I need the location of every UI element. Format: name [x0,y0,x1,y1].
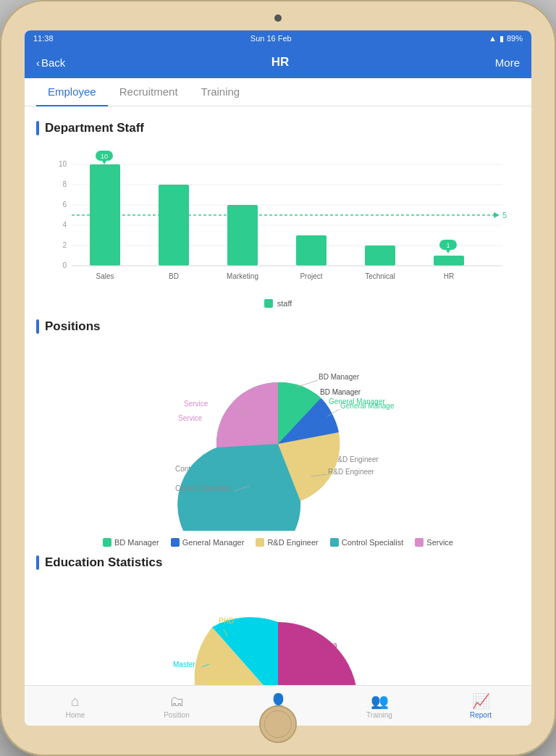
svg-rect-24 [296,235,327,266]
svg-text:Control Specialist: Control Specialist [175,484,232,492]
svg-text:Diploma: Diploma [311,641,337,649]
main-content: Department Staff 0 [25,106,531,685]
tab-employee[interactable]: Employee [36,78,108,106]
wifi-icon: ▲ [489,34,497,43]
battery-percent: 89% [507,34,523,43]
legend-gm-label: General Manager [182,538,245,547]
svg-text:1: 1 [446,242,450,249]
camera [274,14,282,22]
home-button[interactable] [259,705,297,743]
svg-text:Master: Master [173,660,195,668]
svg-text:Technical: Technical [365,272,395,280]
legend-service: Service [415,538,453,547]
more-button[interactable]: More [495,56,520,69]
legend-control-specialist: Control Specialist [330,538,404,547]
legend-rd-dot [256,538,264,547]
bar-chart-container: 0 2 4 6 8 10 5 [36,144,520,308]
home-label: Home [66,711,85,719]
svg-marker-31 [446,250,450,253]
home-icon: ⌂ [71,693,80,710]
battery-icon: ▮ [500,34,504,43]
svg-marker-13 [494,212,500,218]
report-icon: 📈 [472,692,490,710]
screen: 11:38 Sun 16 Feb ▲ ▮ 89% ‹ Back HR More … [25,30,531,726]
svg-text:Project: Project [300,272,322,280]
status-time: 11:38 [33,34,54,43]
legend-svc-label: Service [426,538,453,547]
svg-text:Service: Service [184,400,208,408]
svg-text:PHD: PHD [219,617,234,625]
position-label: Position [164,711,190,719]
training-icon: 👥 [371,692,389,710]
svg-rect-22 [227,205,258,266]
bar-chart: 0 2 4 6 8 10 5 [36,150,520,295]
svg-rect-28 [434,256,464,266]
tab-training[interactable]: Training [190,78,252,106]
edu-bar-indicator [36,555,39,570]
legend-gm-dot [171,538,180,547]
svg-text:10: 10 [101,153,108,160]
position-icon: 🗂 [169,693,184,710]
nav-bar: ‹ Back HR More [25,46,531,78]
education-header: Education Statistics [36,555,520,570]
legend-general-manager: General Manager [171,538,245,547]
bar-chart-legend: staff [36,299,520,308]
education-chart-svg: PHD Master Diploma High School [155,586,401,685]
device: 11:38 Sun 16 Feb ▲ ▮ 89% ‹ Back HR More … [0,0,556,756]
bottom-nav-position[interactable]: 🗂 Position [126,686,227,726]
department-staff-title: Department Staff [45,121,144,135]
bottom-nav-report[interactable]: 📈 Report [430,686,531,726]
back-button[interactable]: ‹ Back [36,56,65,69]
section-bar-indicator [36,121,39,135]
status-date: Sun 16 Feb [250,34,292,43]
svg-text:4: 4 [62,221,67,229]
svg-text:HR: HR [444,272,454,280]
home-button-ring [264,710,292,738]
svg-text:Marketing: Marketing [227,272,258,280]
legend-staff-dot [264,299,273,308]
svg-text:General Manager: General Manager [340,402,394,410]
svg-marker-18 [102,161,106,164]
bar-chart-svg: 0 2 4 6 8 10 5 [36,150,520,295]
svg-text:2: 2 [62,241,67,249]
legend-rd-label: R&D Engineer [267,538,318,547]
training-label: Training [366,711,392,719]
bottom-nav-home[interactable]: ⌂ Home [25,686,126,726]
svg-text:10: 10 [59,160,67,168]
legend-staff-label: staff [277,299,292,308]
pie-legend: BD Manager General Manager R&D Engineer … [36,538,520,547]
department-staff-header: Department Staff [36,121,520,135]
svg-text:BD Manager: BD Manager [319,373,360,381]
positions-header: Positions [36,319,520,334]
legend-bd-label: BD Manager [114,538,159,547]
legend-bd-dot [103,538,111,547]
svg-text:6: 6 [62,201,67,209]
tab-bar: Employee Recruitment Training [25,78,531,106]
back-chevron-icon: ‹ [36,56,40,69]
legend-cs-dot [330,538,339,547]
svg-rect-15 [90,164,120,266]
svg-text:0: 0 [62,261,67,269]
positions-bar-indicator [36,319,39,334]
tab-recruitment[interactable]: Recruitment [108,78,190,106]
education-chart-container: PHD Master Diploma High School [36,579,520,685]
pie-chart-container: BD Manager General Manager R&D Engineer … [36,343,520,538]
svg-text:5: 5 [502,211,507,219]
svg-text:R&D Engineer: R&D Engineer [328,468,375,476]
bottom-nav-training[interactable]: 👥 Training [329,686,430,726]
svg-text:8: 8 [62,180,67,188]
svg-line-34 [296,380,318,387]
positions-title: Positions [45,319,101,334]
legend-rd-engineer: R&D Engineer [256,538,318,547]
back-label: Back [41,56,65,69]
nav-title: HR [271,55,290,70]
legend-bd-manager: BD Manager [103,538,159,547]
pie-chart-computed: BD Manager General Manager R&D Engineer … [162,357,394,531]
status-bar: 11:38 Sun 16 Feb ▲ ▮ 89% [25,30,531,46]
legend-svc-dot [415,538,424,547]
svg-rect-26 [365,245,395,266]
legend-cs-label: Control Specialist [342,538,404,547]
svg-text:Sales: Sales [96,272,114,280]
svg-text:BD: BD [169,272,179,280]
svg-rect-20 [159,185,189,266]
